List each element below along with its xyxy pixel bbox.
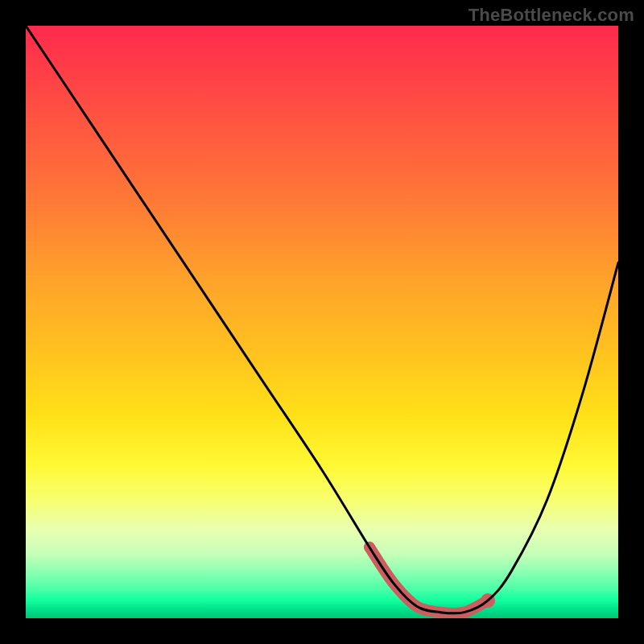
curve-line	[26, 26, 618, 613]
optimal-range-marker	[369, 547, 488, 613]
watermark-text: TheBottleneck.com	[469, 5, 634, 26]
chart-frame: TheBottleneck.com	[0, 0, 644, 644]
bottleneck-curve	[26, 26, 618, 618]
